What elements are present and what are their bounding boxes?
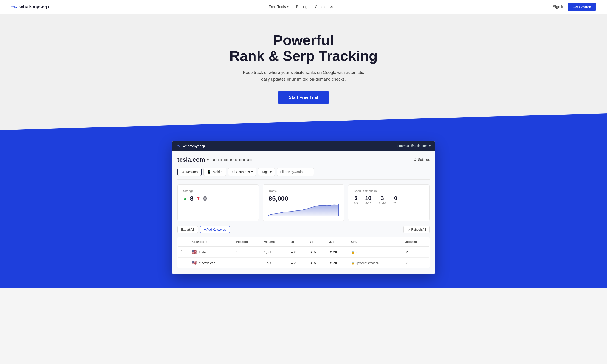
- countries-dropdown[interactable]: All Countries ▾: [228, 168, 256, 176]
- site-update: Last full update 3 seconds ago: [212, 158, 252, 161]
- hero-subtitle: Keep track of where your website ranks o…: [239, 69, 368, 83]
- traffic-value: 85,000: [268, 195, 338, 202]
- header-30d: 30d: [325, 237, 347, 247]
- nav-pricing[interactable]: Pricing: [296, 5, 308, 9]
- header-position: Position: [232, 237, 260, 247]
- header-7d: 7d: [306, 237, 325, 247]
- row-keyword: 🇺🇸 electric car: [188, 257, 232, 268]
- app-section: whatsmyserp elonmusk@tesla.com ▾ tesla.c…: [0, 141, 607, 288]
- header-volume: Volume: [260, 237, 287, 247]
- table-row: 🇺🇸 tesla 1 1,500 ▲ 3 ▲ 5 ▼ 20 🔒 / 3s: [177, 247, 430, 257]
- table-header-row: Keyword ↑ Position Volume 1d 7d 30d URL …: [177, 237, 430, 247]
- site-dropdown-icon[interactable]: ▾: [207, 157, 209, 162]
- settings-button[interactable]: ⚙ Settings: [414, 158, 430, 161]
- rank-col-4-10: 10 4-10: [365, 195, 371, 205]
- site-header: tesla.com ▾ Last full update 3 seconds a…: [177, 156, 430, 163]
- app-logo-text: whatsmyserp: [183, 144, 205, 148]
- row-volume: 1,500: [260, 247, 287, 257]
- desktop-filter[interactable]: 🖥 Desktop: [177, 168, 202, 176]
- up-arrow-icon: ▲: [183, 196, 187, 201]
- row-updated: 3s: [401, 247, 430, 257]
- add-keywords-button[interactable]: + Add Keywords: [200, 226, 230, 233]
- keyword-filter-input[interactable]: [277, 168, 314, 176]
- sign-in-button[interactable]: Sign In: [553, 5, 564, 9]
- app-window: whatsmyserp elonmusk@tesla.com ▾ tesla.c…: [172, 141, 435, 274]
- mobile-icon: 📱: [207, 170, 211, 174]
- get-started-button[interactable]: Get Started: [568, 2, 596, 11]
- site-info: tesla.com ▾ Last full update 3 seconds a…: [177, 156, 252, 163]
- actions-row: Export All + Add Keywords ↻ Refresh All: [177, 226, 430, 233]
- row-updated: 3s: [401, 257, 430, 268]
- select-all-checkbox[interactable]: [181, 240, 184, 243]
- nav-contact[interactable]: Contact Us: [315, 5, 333, 9]
- chevron-down-icon: ▾: [251, 170, 253, 174]
- row-checkbox[interactable]: [181, 261, 184, 264]
- rank-col-20plus: 0 20+: [393, 195, 398, 205]
- keyword-text: tesla: [199, 250, 206, 254]
- url-path: /products/model-3: [356, 261, 380, 265]
- row-position: 1: [232, 247, 260, 257]
- row-url: 🔒 /products/model-3: [347, 257, 401, 268]
- logo-link[interactable]: whatsmyserp: [11, 4, 49, 10]
- action-left: Export All + Add Keywords: [177, 226, 230, 233]
- site-name: tesla.com ▾: [177, 156, 209, 163]
- rank-dist-values: 5 1-3 10 4-10 3 11-20 0: [354, 195, 424, 205]
- row-change-7d: ▲ 5: [306, 257, 325, 268]
- header-checkbox: [177, 237, 188, 247]
- change-label: Change: [183, 189, 253, 193]
- row-keyword: 🇺🇸 tesla: [188, 247, 232, 257]
- header-url: URL: [347, 237, 401, 247]
- navbar: whatsmyserp Free Tools ▾ Pricing Contact…: [0, 0, 607, 14]
- keyword-text: electric car: [199, 261, 215, 265]
- tags-dropdown[interactable]: Tags ▾: [258, 168, 275, 176]
- nav-links: Free Tools ▾ Pricing Contact Us: [269, 5, 333, 9]
- logo-text: whatsmyserp: [19, 4, 49, 10]
- nav-free-tools[interactable]: Free Tools ▾: [269, 5, 288, 9]
- row-url: 🔒 /: [347, 247, 401, 257]
- app-logo-icon: [176, 144, 181, 147]
- stats-row: Change ▲ 8 ▼ 0 Traffic 85,000: [177, 184, 430, 221]
- row-change-7d: ▲ 5: [306, 247, 325, 257]
- country-flag-icon: 🇺🇸: [192, 250, 197, 254]
- app-topbar: whatsmyserp elonmusk@tesla.com ▾: [172, 141, 435, 151]
- sort-icon: ↑: [206, 241, 207, 243]
- url-path: /: [356, 250, 357, 254]
- country-flag-icon: 🇺🇸: [192, 260, 197, 265]
- change-value: ▲ 8 ▼ 0: [183, 195, 253, 202]
- row-change-30d: ▼ 20: [325, 257, 347, 268]
- table-body: 🇺🇸 tesla 1 1,500 ▲ 3 ▲ 5 ▼ 20 🔒 / 3s 🇺🇸 …: [177, 247, 430, 268]
- nav-actions: Sign In Get Started: [553, 2, 596, 11]
- export-button[interactable]: Export All: [177, 226, 198, 233]
- keywords-table: Keyword ↑ Position Volume 1d 7d 30d URL …: [177, 237, 430, 268]
- desktop-icon: 🖥: [181, 170, 185, 174]
- table-row: 🇺🇸 electric car 1 1,500 ▲ 3 ▲ 5 ▼ 20 🔒 /…: [177, 257, 430, 268]
- row-checkbox-cell: [177, 247, 188, 257]
- down-arrow-icon: ▼: [196, 196, 200, 201]
- rank-col-1-3: 5 1-3: [354, 195, 358, 205]
- chevron-down-icon: ▾: [287, 5, 289, 9]
- diagonal-decoration: [0, 113, 607, 141]
- chevron-down-icon: ▾: [270, 170, 272, 174]
- chevron-down-icon: ▾: [429, 144, 431, 148]
- traffic-label: Traffic: [268, 189, 338, 193]
- rank-dist-label: Rank Distribution: [354, 189, 424, 193]
- start-trial-button[interactable]: Start Free Trial: [278, 91, 329, 104]
- logo-icon: [11, 5, 18, 9]
- row-change-30d: ▼ 20: [325, 247, 347, 257]
- row-change-1d: ▲ 3: [287, 257, 306, 268]
- row-change-1d: ▲ 3: [287, 247, 306, 257]
- filters-row: 🖥 Desktop 📱 Mobile All Countries ▾ Tags …: [177, 168, 430, 180]
- hero-section: Powerful Rank & Serp Tracking Keep track…: [0, 14, 607, 141]
- header-keyword: Keyword ↑: [188, 237, 232, 247]
- traffic-chart: [268, 202, 338, 216]
- app-user-menu[interactable]: elonmusk@tesla.com ▾: [397, 144, 431, 148]
- traffic-card: Traffic 85,000: [263, 184, 344, 221]
- row-checkbox-cell: [177, 257, 188, 268]
- row-checkbox[interactable]: [181, 250, 184, 253]
- mobile-filter[interactable]: 📱 Mobile: [203, 168, 226, 176]
- header-1d: 1d: [287, 237, 306, 247]
- hero-title: Powerful Rank & Serp Tracking: [5, 32, 602, 64]
- refresh-all-button[interactable]: ↻ Refresh All: [403, 226, 430, 233]
- refresh-icon: ↻: [407, 228, 410, 231]
- lock-icon: 🔒: [351, 261, 355, 265]
